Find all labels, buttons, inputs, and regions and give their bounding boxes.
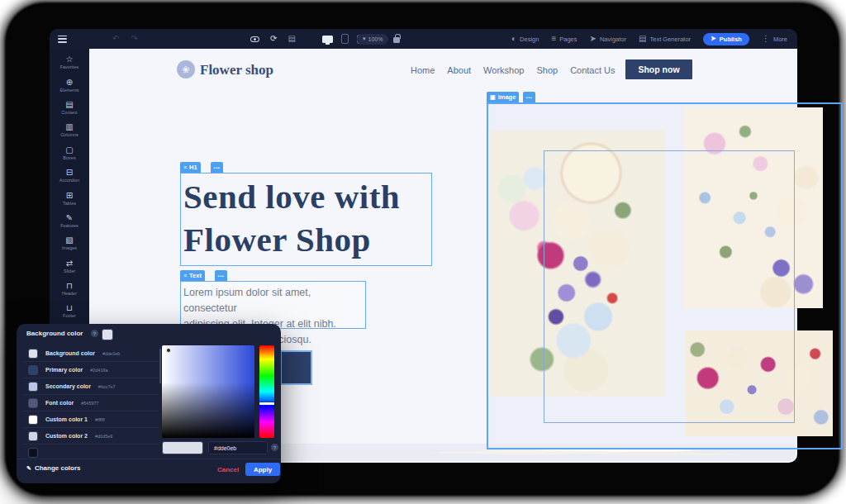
slider-icon: ⇄ <box>66 259 73 268</box>
text-generator-button[interactable]: ▤Text Generator <box>639 35 691 43</box>
color-swatch <box>28 448 38 458</box>
sidebar-item-favorites[interactable]: ☆Favorites <box>50 51 89 74</box>
lock-icon[interactable] <box>393 37 400 43</box>
hex-input[interactable]: #dde0eb <box>208 441 268 454</box>
hue-slider[interactable] <box>259 345 274 438</box>
image-selection-menu[interactable]: ••• <box>523 92 535 102</box>
current-color-swatch[interactable] <box>102 329 113 340</box>
nav-link-workshop[interactable]: Workshop <box>483 65 524 75</box>
sidebar-item-columns[interactable]: ▥Columns <box>50 119 89 141</box>
apply-button[interactable]: Apply <box>245 463 280 476</box>
sidebar-item-features[interactable]: ✎Features <box>50 210 89 232</box>
color-row-font-color[interactable]: Font color#545977 <box>23 395 159 411</box>
rocket-icon: ➤ <box>711 36 716 42</box>
hex-help-icon[interactable]: ? <box>271 444 278 451</box>
cancel-button[interactable]: Cancel <box>217 466 239 473</box>
heading-line-1: Send love with <box>183 178 400 216</box>
sidebar-item-tables[interactable]: ⊞Tables <box>50 187 89 209</box>
hero-heading[interactable]: Send love withFlower Shop <box>183 175 431 261</box>
hamburger-menu-icon[interactable] <box>58 36 67 43</box>
sidebar-item-label: Favorites <box>60 64 79 69</box>
sidebar-item-footer[interactable]: ⊔Footer <box>50 300 89 322</box>
image-selection-badge[interactable]: ▣ Image <box>487 92 519 102</box>
nav-link-contact-us[interactable]: Contact Us <box>570 65 615 75</box>
publish-button[interactable]: ➤ Publish <box>703 33 749 45</box>
tables-icon: ⊞ <box>66 192 73 200</box>
color-list-scrollbar[interactable] <box>159 349 161 383</box>
boxes-icon: ▢ <box>65 146 73 155</box>
color-swatch <box>28 398 38 408</box>
site-logo[interactable]: ❀ <box>177 60 195 78</box>
h1-selection-menu[interactable]: ••• <box>211 162 223 173</box>
zoom-control[interactable]: ▾ 100% <box>357 34 388 45</box>
tablet-view-icon[interactable] <box>341 34 349 44</box>
pages-icon: ≡ <box>551 35 556 43</box>
star-icon: ☆ <box>66 55 74 64</box>
color-row-custom-color-1[interactable]: Custom color 1#ffffff <box>23 411 159 428</box>
toolbar-label: Navigator <box>600 36 626 43</box>
color-row-secondary-color[interactable]: Secondary color#bcc7e7 <box>23 378 159 395</box>
design-button[interactable]: ◐Design <box>511 35 539 43</box>
saturation-picker[interactable] <box>162 345 254 438</box>
redo-icon[interactable]: ↷ <box>131 35 137 43</box>
zoom-value: 100% <box>368 36 383 42</box>
footer-icon: ⊔ <box>66 304 73 312</box>
hue-slider-handle[interactable] <box>259 402 274 405</box>
publish-label: Publish <box>720 36 742 43</box>
sidebar-item-slider[interactable]: ⇄Slider <box>50 255 89 278</box>
preview-eye-icon[interactable] <box>250 36 259 42</box>
color-row-background-color[interactable]: Background color#dde0eb <box>23 345 159 362</box>
color-hex: #d0d5e9 <box>95 434 112 439</box>
sidebar-item-boxes[interactable]: ▢Boxes <box>50 142 89 164</box>
heading-line-2: Flower Shop <box>183 221 371 259</box>
image-inner-frame[interactable] <box>544 150 795 423</box>
sidebar-item-accordion[interactable]: ⊟Accordion <box>50 164 89 187</box>
sidebar-item-label: Header <box>62 291 77 296</box>
color-name: Font color <box>45 400 74 406</box>
sidebar-item-label: Features <box>60 223 78 228</box>
images-icon: ▧ <box>65 236 73 245</box>
navigator-button[interactable]: ➤Navigator <box>590 35 627 43</box>
caret-down-icon: ▾ <box>363 36 366 42</box>
desktop-view-icon[interactable] <box>322 36 333 43</box>
panel-title: Background color <box>26 330 83 337</box>
sidebar-item-elements[interactable]: ⊕Elements <box>50 74 89 96</box>
h1-selection-badge[interactable]: ≡ H1 <box>180 162 201 173</box>
sidebar-item-content[interactable]: ▤Content <box>50 97 89 119</box>
text-selection-badge[interactable]: ≡ Text <box>180 270 205 281</box>
pages-button[interactable]: ≡Pages <box>551 35 577 43</box>
nav-link-home[interactable]: Home <box>411 65 435 75</box>
color-row-custom-color-2[interactable]: Custom color 2#d0d5e9 <box>23 428 159 445</box>
color-hex: #2d416a <box>90 368 107 373</box>
color-swatch <box>28 382 38 392</box>
pencil-icon: ✎ <box>26 465 31 471</box>
change-colors-button[interactable]: ✎ Change colors <box>26 464 80 472</box>
sidebar-item-images[interactable]: ▧Images <box>50 232 89 254</box>
nav-link-shop[interactable]: Shop <box>536 65 558 75</box>
page-file-icon[interactable]: ▤ <box>288 35 295 43</box>
kebab-icon: ⋮ <box>762 35 770 43</box>
color-hex: #545977 <box>81 401 98 406</box>
content-icon: ▤ <box>65 101 73 109</box>
panel-divider <box>17 459 281 459</box>
refresh-icon[interactable]: ⟳ <box>270 35 277 43</box>
sidebar-item-header[interactable]: ⊓Header <box>50 278 89 300</box>
nav-link-about[interactable]: About <box>447 65 471 75</box>
hero-button-selected[interactable] <box>280 350 312 385</box>
color-name: Primary color <box>45 367 83 373</box>
site-brand[interactable]: Flower shop <box>200 62 273 78</box>
shop-now-button[interactable]: Shop now <box>625 59 692 79</box>
sidebar-item-label: Slider <box>64 269 75 273</box>
text-selection-menu[interactable]: ••• <box>215 270 227 281</box>
help-icon[interactable]: ? <box>91 330 98 337</box>
color-row-primary-color[interactable]: Primary color#2d416a <box>23 362 159 378</box>
undo-icon[interactable]: ↶ <box>112 35 119 43</box>
more-button[interactable]: ⋮ More <box>762 35 787 43</box>
sidebar-item-label: Columns <box>60 132 78 137</box>
elements-icon: ⊕ <box>66 78 73 87</box>
text-badge-label: Text <box>189 272 202 279</box>
saturation-cursor[interactable] <box>166 348 171 353</box>
background-color-panel: Background color ? Background color#dde0… <box>17 324 281 483</box>
header-icon: ⊓ <box>66 282 73 290</box>
columns-icon: ▥ <box>65 123 73 131</box>
